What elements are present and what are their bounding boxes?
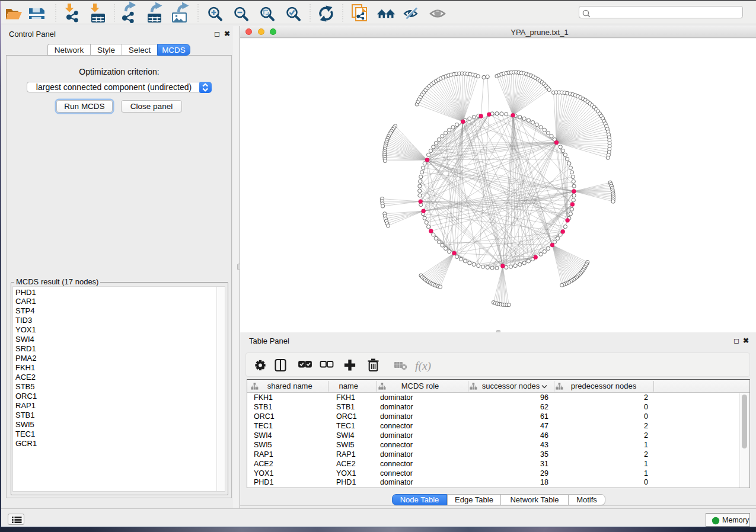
svg-text:f(x): f(x)	[415, 360, 431, 373]
